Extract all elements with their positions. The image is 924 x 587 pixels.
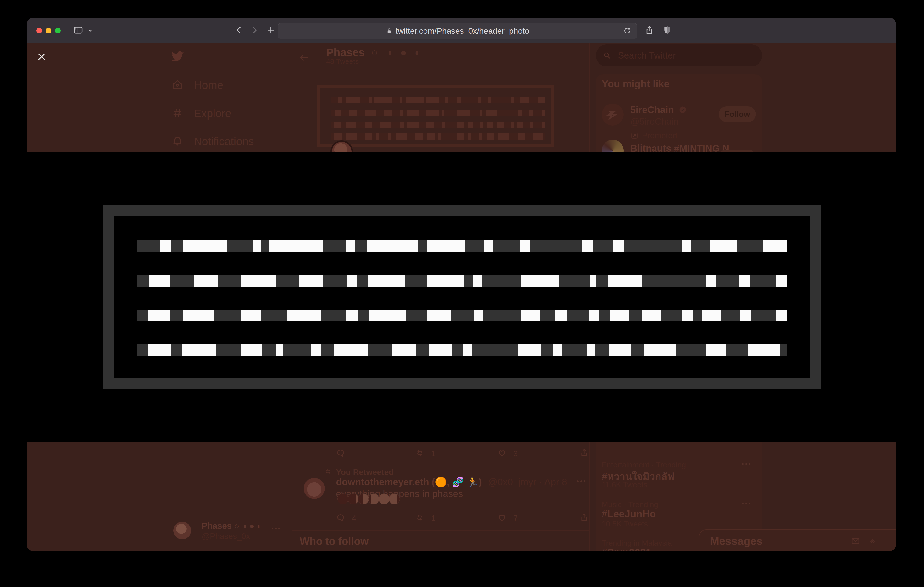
bar-segment xyxy=(276,274,299,286)
bar-segment xyxy=(494,134,498,140)
new-tab-button[interactable] xyxy=(266,25,276,35)
bar-segment xyxy=(487,134,494,140)
bar-segment xyxy=(485,240,493,251)
bar-segment xyxy=(439,97,445,103)
bar-segment xyxy=(399,122,403,129)
bar-segment xyxy=(464,122,469,129)
bar-segment xyxy=(366,240,419,251)
close-lightbox-button[interactable] xyxy=(36,51,47,62)
chevron-down-icon[interactable] xyxy=(87,27,94,34)
bar-segment xyxy=(341,122,346,129)
bar-segment xyxy=(473,274,482,286)
who-to-follow-heading: Who to follow xyxy=(300,535,368,547)
bar-segment xyxy=(468,134,471,140)
bar-segment xyxy=(442,110,445,116)
more-icon xyxy=(272,527,280,529)
bar-segment xyxy=(457,122,464,129)
bar-segment xyxy=(661,309,681,321)
bar-segment xyxy=(483,122,487,129)
back-button[interactable] xyxy=(234,25,244,35)
bar-segment xyxy=(595,344,609,356)
avatar xyxy=(602,104,624,126)
bar-segment xyxy=(392,110,400,116)
bar-segment xyxy=(497,110,518,116)
new-message-icon xyxy=(851,536,860,546)
moon-phase-emoji-first-quarter xyxy=(358,493,369,504)
home-icon xyxy=(171,79,184,91)
bar-segment xyxy=(427,134,434,140)
bar-segment xyxy=(517,122,523,129)
privacy-shield-icon[interactable] xyxy=(662,25,672,36)
bar-segment xyxy=(538,97,545,103)
hashtag-icon xyxy=(171,107,184,119)
bar-segment xyxy=(442,122,445,129)
bar-segment xyxy=(533,134,543,140)
column-divider xyxy=(589,441,590,551)
bar-segment xyxy=(160,240,171,251)
bar-segment xyxy=(423,134,427,140)
bar-segment xyxy=(170,274,194,286)
verified-badge-icon xyxy=(678,106,687,114)
bar-segment xyxy=(478,97,481,103)
bar-segment xyxy=(323,240,346,251)
forward-button[interactable] xyxy=(249,25,259,35)
bar-segment xyxy=(137,240,160,251)
bar-segment xyxy=(349,110,357,116)
bar-segment xyxy=(415,134,423,140)
suggestion-name: 5ireChain xyxy=(630,104,687,115)
bar-segment xyxy=(776,309,787,321)
moon-phase-emoji-new xyxy=(337,493,348,504)
bar-segment xyxy=(376,134,379,140)
bar-segment xyxy=(706,274,716,286)
bar-segment xyxy=(214,309,240,321)
bar-segment xyxy=(693,309,701,321)
bar-segment xyxy=(553,344,563,356)
section-divider xyxy=(292,530,589,531)
you-might-like-card: You might like 5ireChain @5ireChain xyxy=(596,74,762,152)
bar-segment xyxy=(445,122,457,129)
bar-segment xyxy=(529,97,537,103)
bell-icon xyxy=(171,135,184,147)
bar-segment xyxy=(322,344,334,356)
lightbox-overlay-bottom[interactable]: 1 3 xyxy=(27,441,896,551)
bar-segment xyxy=(486,110,497,116)
retweet-count: 1 xyxy=(431,449,436,458)
bar-segment xyxy=(299,274,323,286)
bar-segment xyxy=(322,309,346,321)
bar-segment xyxy=(482,134,487,140)
close-window-button[interactable] xyxy=(36,28,42,33)
bar-segment xyxy=(624,240,683,251)
bar-segment xyxy=(613,240,624,251)
bar-segment xyxy=(347,274,357,286)
column-divider xyxy=(589,43,590,152)
bar-segment xyxy=(533,122,542,129)
trend-tag: #Spm2021 xyxy=(602,547,652,551)
bar-segment xyxy=(555,309,568,321)
zoom-window-button[interactable] xyxy=(55,28,61,33)
bar-segment xyxy=(379,134,388,140)
lightbox-overlay-top[interactable]: Home Explore Notificatio xyxy=(27,43,896,152)
screenshot-canvas: twitter.com/Phases_0x/header_photo xyxy=(0,0,924,587)
bar-segment xyxy=(406,97,424,103)
bar-segment xyxy=(407,110,419,116)
bar-segment xyxy=(448,97,457,103)
lightbox-stage[interactable] xyxy=(27,152,896,441)
bar-segment xyxy=(391,122,399,129)
minimize-window-button[interactable] xyxy=(46,28,51,33)
sidebar-icon[interactable] xyxy=(73,25,83,35)
bar-segment xyxy=(541,344,553,356)
bar-segment xyxy=(642,309,661,321)
share-icon[interactable] xyxy=(644,25,655,36)
bar-segment xyxy=(261,309,287,321)
bar-segment xyxy=(441,134,457,140)
bar-segment xyxy=(371,122,380,129)
bar-segment xyxy=(170,309,184,321)
bar-segment xyxy=(470,110,480,116)
bar-segment xyxy=(331,97,338,103)
bar-segment xyxy=(380,122,391,129)
reload-icon[interactable] xyxy=(623,26,632,35)
bar-segment xyxy=(509,134,518,140)
search-placeholder: Search Twitter xyxy=(618,50,676,61)
address-bar[interactable]: twitter.com/Phases_0x/header_photo xyxy=(278,23,637,39)
moon-phase-glyphs: ○ ◑ ● ◐ xyxy=(371,46,424,59)
